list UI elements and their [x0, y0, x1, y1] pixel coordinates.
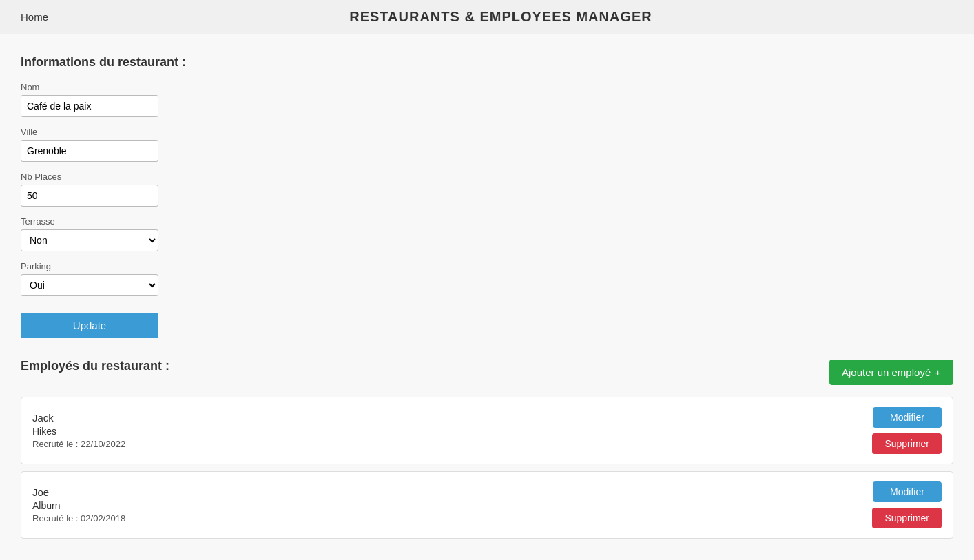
employees-section-title: Employés du restaurant :: [21, 359, 169, 373]
update-button[interactable]: Update: [21, 313, 158, 338]
employee-recruited: Recruté le : 22/10/2022: [32, 439, 125, 449]
terrasse-label: Terrasse: [21, 216, 953, 227]
ville-input[interactable]: [21, 140, 158, 162]
employees-header: Employés du restaurant : Ajouter un empl…: [21, 359, 953, 386]
main-nav: Home: [21, 11, 48, 23]
parking-label: Parking: [21, 261, 953, 271]
modifier-button[interactable]: Modifier: [873, 407, 942, 428]
main-content: Informations du restaurant : Nom Ville N…: [0, 34, 974, 560]
employee-actions: Modifier Supprimer: [872, 407, 942, 454]
employee-list: Jack Hikes Recruté le : 22/10/2022 Modif…: [21, 397, 953, 539]
employee-firstname: Jack: [32, 412, 125, 424]
add-employee-button[interactable]: Ajouter un employé +: [829, 360, 953, 385]
ville-group: Ville: [21, 127, 953, 162]
terrasse-select[interactable]: NonOui: [21, 229, 158, 251]
nom-input[interactable]: [21, 95, 158, 117]
employee-recruited: Recruté le : 02/02/2018: [32, 513, 125, 523]
employee-lastname: Hikes: [32, 426, 125, 437]
parking-group: Parking OuiNon: [21, 261, 953, 296]
employee-info: Joe Alburn Recruté le : 02/02/2018: [32, 486, 125, 523]
employee-firstname: Joe: [32, 486, 125, 498]
modifier-button[interactable]: Modifier: [873, 481, 942, 502]
supprimer-button[interactable]: Supprimer: [872, 508, 942, 528]
employee-card: Jack Hikes Recruté le : 22/10/2022 Modif…: [21, 397, 953, 464]
app-title: RESTAURANTS & EMPLOYEES MANAGER: [48, 9, 953, 25]
supprimer-button[interactable]: Supprimer: [872, 433, 942, 454]
parking-select[interactable]: OuiNon: [21, 274, 158, 296]
plus-icon: +: [935, 366, 941, 378]
employee-lastname: Alburn: [32, 500, 125, 511]
employees-section: Employés du restaurant : Ajouter un empl…: [21, 359, 953, 539]
terrasse-group: Terrasse NonOui: [21, 216, 953, 251]
nb-places-label: Nb Places: [21, 172, 953, 182]
nb-places-input[interactable]: [21, 185, 158, 207]
nom-group: Nom: [21, 82, 953, 117]
nb-places-group: Nb Places: [21, 172, 953, 207]
restaurant-section-title: Informations du restaurant :: [21, 55, 953, 70]
employee-info: Jack Hikes Recruté le : 22/10/2022: [32, 412, 125, 449]
nom-label: Nom: [21, 82, 953, 92]
add-employee-label: Ajouter un employé: [842, 366, 931, 378]
employee-card: Joe Alburn Recruté le : 02/02/2018 Modif…: [21, 471, 953, 539]
home-link[interactable]: Home: [21, 11, 48, 23]
ville-label: Ville: [21, 127, 953, 137]
app-header: Home RESTAURANTS & EMPLOYEES MANAGER: [0, 0, 974, 34]
employee-actions: Modifier Supprimer: [872, 481, 942, 528]
